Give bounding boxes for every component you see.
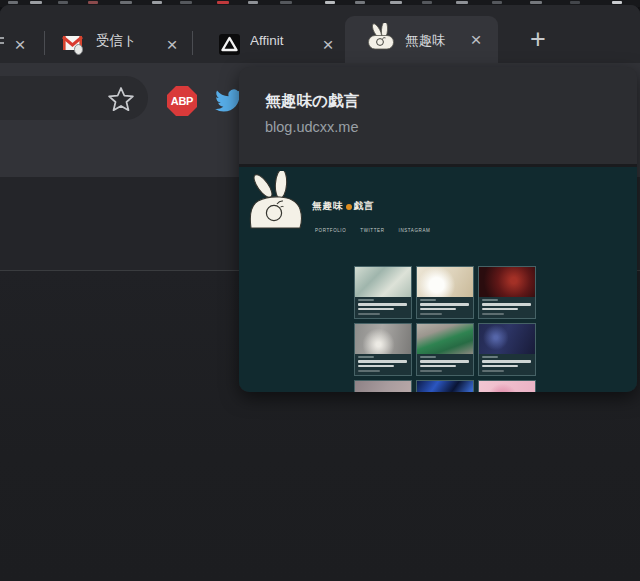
post-thumbnail bbox=[479, 381, 535, 392]
site-nav-portfolio: PORTFOLIO bbox=[315, 228, 346, 233]
adblock-plus-extension-icon[interactable]: ABP bbox=[167, 86, 197, 116]
close-tab-icon[interactable]: × bbox=[318, 35, 338, 55]
background-tab-sliver bbox=[612, 1, 622, 4]
post-category-text bbox=[482, 356, 498, 358]
post-title-text bbox=[358, 360, 407, 363]
background-tab-sliver bbox=[88, 1, 98, 4]
site-post-card bbox=[416, 380, 474, 392]
site-post-card bbox=[478, 323, 536, 376]
background-tab-sliver bbox=[152, 1, 162, 4]
post-thumbnail bbox=[355, 381, 411, 392]
post-thumbnail bbox=[479, 267, 535, 297]
post-thumbnail bbox=[479, 324, 535, 354]
post-title-text bbox=[420, 303, 469, 306]
post-title-text bbox=[358, 308, 394, 311]
background-tab-sliver bbox=[180, 1, 192, 4]
post-date-text bbox=[482, 313, 504, 315]
post-title-text bbox=[420, 365, 456, 368]
preview-url: blog.udcxx.me bbox=[265, 119, 359, 135]
post-thumbnail bbox=[417, 267, 473, 297]
site-post-card bbox=[478, 380, 536, 392]
site-post-card bbox=[416, 323, 474, 376]
tab-preview-card: 無趣味の戯言 blog.udcxx.me bbox=[239, 67, 637, 392]
tab-blog-active[interactable]: 無趣味 × bbox=[345, 16, 498, 63]
background-tab-sliver bbox=[456, 1, 468, 4]
post-title-text bbox=[358, 365, 394, 368]
background-tab-sliver bbox=[8, 1, 18, 4]
preview-screenshot: 無趣味 戯言 PORTFOLIO TWITTER INSTAGRAM bbox=[239, 164, 637, 392]
background-tab-sliver bbox=[570, 1, 580, 4]
site-post-card bbox=[478, 266, 536, 319]
screen: × 受信ト × bbox=[0, 0, 640, 581]
background-tab-sliver bbox=[120, 1, 132, 4]
bookmark-star-icon[interactable] bbox=[107, 85, 135, 113]
post-category-text bbox=[358, 299, 374, 301]
post-thumbnail bbox=[417, 381, 473, 392]
site-post-card bbox=[354, 323, 412, 376]
clipped-tab-text-sliver bbox=[0, 37, 4, 49]
post-category-text bbox=[482, 299, 498, 301]
rabbit-icon bbox=[366, 23, 396, 54]
background-tab-sliver bbox=[422, 1, 432, 4]
post-category-text bbox=[420, 299, 436, 301]
new-tab-button[interactable]: + bbox=[524, 25, 552, 53]
site-nav-instagram: INSTAGRAM bbox=[399, 228, 431, 233]
background-tab-sliver bbox=[355, 1, 365, 4]
tab-affinity-label: Affinit bbox=[250, 31, 308, 51]
background-tab-sliver bbox=[280, 1, 292, 4]
post-date-text bbox=[358, 313, 380, 315]
post-date-text bbox=[358, 370, 380, 372]
browser-window: × 受信ト × bbox=[0, 5, 640, 581]
background-tab-sliver bbox=[390, 1, 402, 4]
post-thumbnail bbox=[355, 267, 411, 297]
site-logo-title: 無趣味 戯言 bbox=[312, 200, 375, 213]
post-thumbnail bbox=[355, 324, 411, 354]
site-post-card bbox=[354, 266, 412, 319]
post-title-text bbox=[482, 360, 531, 363]
post-category-text bbox=[420, 356, 436, 358]
post-title-text bbox=[482, 308, 518, 311]
tab-blog-label: 無趣味 bbox=[405, 31, 459, 51]
background-tab-sliver bbox=[58, 1, 68, 4]
post-date-text bbox=[482, 370, 504, 372]
gmail-icon bbox=[62, 35, 86, 59]
close-tab-icon[interactable]: × bbox=[10, 35, 30, 55]
post-category-text bbox=[358, 356, 374, 358]
site-nav-twitter: TWITTER bbox=[360, 228, 384, 233]
rabbit-illustration bbox=[246, 171, 304, 235]
post-title-text bbox=[482, 365, 518, 368]
post-thumbnail bbox=[417, 324, 473, 354]
site-nav: PORTFOLIO TWITTER INSTAGRAM bbox=[315, 228, 430, 233]
close-tab-icon[interactable]: × bbox=[162, 35, 182, 55]
logo-dot-icon bbox=[346, 204, 352, 210]
post-title-text bbox=[358, 303, 407, 306]
site-post-card bbox=[416, 266, 474, 319]
close-tab-icon[interactable]: × bbox=[466, 30, 486, 50]
background-tab-sliver bbox=[492, 1, 502, 4]
tab-divider bbox=[44, 31, 45, 55]
background-tab-sliver bbox=[325, 1, 335, 4]
tab-strip: × 受信ト × bbox=[0, 5, 640, 63]
background-tab-sliver bbox=[248, 1, 258, 4]
post-date-text bbox=[420, 370, 442, 372]
post-title-text bbox=[420, 308, 456, 311]
background-tab-sliver bbox=[217, 1, 229, 4]
site-post-grid bbox=[354, 266, 536, 392]
preview-title: 無趣味の戯言 bbox=[265, 91, 360, 112]
background-tab-sliver bbox=[530, 1, 542, 4]
post-date-text bbox=[420, 313, 442, 315]
tab-divider bbox=[192, 31, 193, 55]
background-tab-sliver bbox=[30, 1, 42, 4]
post-title-text bbox=[420, 360, 469, 363]
affinity-icon bbox=[219, 34, 240, 59]
site-post-card bbox=[354, 380, 412, 392]
post-title-text bbox=[482, 303, 531, 306]
site-background: 無趣味 戯言 PORTFOLIO TWITTER INSTAGRAM bbox=[239, 167, 637, 392]
tab-gmail-label: 受信ト bbox=[96, 31, 148, 51]
